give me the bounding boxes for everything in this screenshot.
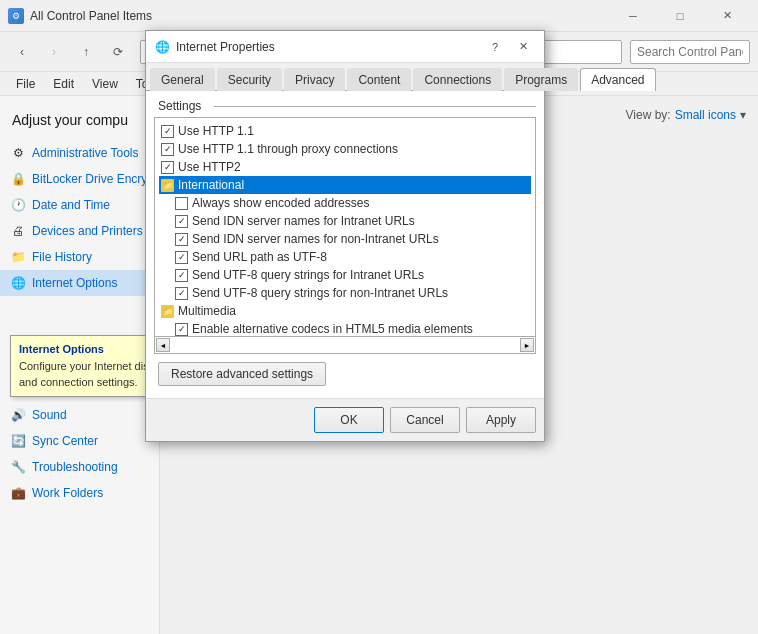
sidebar-item-synccenter[interactable]: 🔄 Sync Center (0, 428, 159, 454)
setting-http11-proxy[interactable]: Use HTTP 1.1 through proxy connections (159, 140, 531, 158)
restore-area: Restore advanced settings (154, 354, 536, 390)
sidebar-label-synccenter: Sync Center (32, 434, 98, 448)
setting-http11[interactable]: Use HTTP 1.1 (159, 122, 531, 140)
dialog-help-button[interactable]: ? (482, 35, 508, 59)
setting-idn-non-intranet-label: Send IDN server names for non-Intranet U… (192, 232, 439, 246)
tab-connections[interactable]: Connections (413, 68, 502, 91)
sidebar-label-datetime: Date and Time (32, 198, 110, 212)
minimize-button[interactable]: ─ (610, 0, 656, 32)
sidebar-label-sound: Sound (32, 408, 67, 422)
sidebar-item-filehistory[interactable]: 📁 File History (0, 244, 159, 270)
sidebar-item-datetime[interactable]: 🕐 Date and Time (0, 192, 159, 218)
workfolders-icon: 💼 (10, 485, 26, 501)
setting-idn-intranet[interactable]: Send IDN server names for Intranet URLs (159, 212, 531, 230)
sidebar-item-workfolders[interactable]: 💼 Work Folders (0, 480, 159, 506)
checkbox-utf8-intranet[interactable] (175, 269, 188, 282)
scroll-right-button[interactable]: ► (520, 338, 534, 352)
section-folder-icon: 📁 (161, 179, 174, 192)
titlebar: ⚙ All Control Panel Items ─ □ ✕ (0, 0, 758, 32)
dialog-close-button[interactable]: ✕ (510, 35, 536, 59)
setting-http11-proxy-label: Use HTTP 1.1 through proxy connections (178, 142, 398, 156)
close-button[interactable]: ✕ (704, 0, 750, 32)
window-controls: ─ □ ✕ (610, 0, 750, 32)
app-icon: ⚙ (8, 8, 24, 24)
setting-encoded-addr[interactable]: Always show encoded addresses (159, 194, 531, 212)
section-international-label: International (178, 178, 244, 192)
scroll-left-button[interactable]: ◄ (156, 338, 170, 352)
restore-advanced-button[interactable]: Restore advanced settings (158, 362, 326, 386)
sidebar-label-workfolders: Work Folders (32, 486, 103, 500)
sidebar-item-admin-tools[interactable]: ⚙ Administrative Tools (0, 140, 159, 166)
sidebar-item-internet[interactable]: 🌐 Internet Options (0, 270, 159, 296)
dialog-title: Internet Properties (176, 40, 482, 54)
admin-tools-icon: ⚙ (10, 145, 26, 161)
settings-scroll-area[interactable]: Use HTTP 1.1 Use HTTP 1.1 through proxy … (154, 117, 536, 337)
filehistory-icon: 📁 (10, 249, 26, 265)
troubleshoot-icon: 🔧 (10, 459, 26, 475)
view-by-chevron[interactable]: ▾ (740, 108, 746, 122)
checkbox-http11[interactable] (161, 125, 174, 138)
menu-view[interactable]: View (84, 72, 126, 95)
setting-utf8-intranet[interactable]: Send UTF-8 query strings for Intranet UR… (159, 266, 531, 284)
multimedia-folder-icon: 📁 (161, 305, 174, 318)
menu-edit[interactable]: Edit (45, 72, 82, 95)
sidebar-item-devices[interactable]: 🖨 Devices and Printers (0, 218, 159, 244)
checkbox-http2[interactable] (161, 161, 174, 174)
setting-encoded-addr-label: Always show encoded addresses (192, 196, 369, 210)
search-input[interactable] (630, 40, 750, 64)
forward-button[interactable]: › (40, 38, 68, 66)
tooltip-box: Internet Options Configure your Internet… (10, 335, 160, 397)
checkbox-http11-proxy[interactable] (161, 143, 174, 156)
up-button[interactable]: ↑ (72, 38, 100, 66)
dialog-titlebar: 🌐 Internet Properties ? ✕ (146, 31, 544, 63)
refresh-button[interactable]: ⟳ (104, 38, 132, 66)
scroll-nav-bar: ◄ ► (154, 337, 536, 354)
setting-idn-intranet-label: Send IDN server names for Intranet URLs (192, 214, 415, 228)
back-button[interactable]: ‹ (8, 38, 36, 66)
sidebar-label-troubleshoot: Troubleshooting (32, 460, 118, 474)
dialog-body: Settings Use HTTP 1.1 Use HTTP 1.1 throu… (146, 91, 544, 398)
setting-section-international[interactable]: 📁 International (159, 176, 531, 194)
setting-html5-codecs[interactable]: Enable alternative codecs in HTML5 media… (159, 320, 531, 337)
checkbox-html5-codecs[interactable] (175, 323, 188, 336)
internet-icon: 🌐 (10, 275, 26, 291)
dialog-footer: OK Cancel Apply (146, 398, 544, 441)
checkbox-idn-intranet[interactable] (175, 215, 188, 228)
datetime-icon: 🕐 (10, 197, 26, 213)
setting-idn-non-intranet[interactable]: Send IDN server names for non-Intranet U… (159, 230, 531, 248)
setting-http2-label: Use HTTP2 (178, 160, 241, 174)
sidebar-item-bitlocker[interactable]: 🔒 BitLocker Drive Encry (0, 166, 159, 192)
setting-url-utf8-label: Send URL path as UTF-8 (192, 250, 327, 264)
apply-button[interactable]: Apply (466, 407, 536, 433)
tab-privacy[interactable]: Privacy (284, 68, 345, 91)
setting-section-multimedia[interactable]: 📁 Multimedia (159, 302, 531, 320)
dialog-icon: 🌐 (154, 39, 170, 55)
sidebar-label-internet: Internet Options (32, 276, 117, 290)
setting-http11-label: Use HTTP 1.1 (178, 124, 254, 138)
checkbox-utf8-non-intranet[interactable] (175, 287, 188, 300)
setting-html5-codecs-label: Enable alternative codecs in HTML5 media… (192, 322, 473, 336)
setting-url-utf8[interactable]: Send URL path as UTF-8 (159, 248, 531, 266)
setting-utf8-non-intranet[interactable]: Send UTF-8 query strings for non-Intrane… (159, 284, 531, 302)
checkbox-idn-non-intranet[interactable] (175, 233, 188, 246)
menu-file[interactable]: File (8, 72, 43, 95)
tab-advanced[interactable]: Advanced (580, 68, 655, 91)
checkbox-url-utf8[interactable] (175, 251, 188, 264)
maximize-button[interactable]: □ (657, 0, 703, 32)
cancel-button[interactable]: Cancel (390, 407, 460, 433)
internet-properties-dialog: 🌐 Internet Properties ? ✕ General Securi… (145, 30, 545, 442)
tab-content[interactable]: Content (347, 68, 411, 91)
tab-programs[interactable]: Programs (504, 68, 578, 91)
sidebar-label-devices: Devices and Printers (32, 224, 143, 238)
section-multimedia-label: Multimedia (178, 304, 236, 318)
view-by-value[interactable]: Small icons (675, 108, 736, 122)
tab-security[interactable]: Security (217, 68, 282, 91)
view-by-label: View by: (626, 108, 671, 122)
tab-general[interactable]: General (150, 68, 215, 91)
setting-http2[interactable]: Use HTTP2 (159, 158, 531, 176)
sidebar-label-admin-tools: Administrative Tools (32, 146, 139, 160)
ok-button[interactable]: OK (314, 407, 384, 433)
sidebar-item-sound[interactable]: 🔊 Sound (0, 402, 159, 428)
checkbox-encoded-addr[interactable] (175, 197, 188, 210)
sidebar-item-troubleshoot[interactable]: 🔧 Troubleshooting (0, 454, 159, 480)
